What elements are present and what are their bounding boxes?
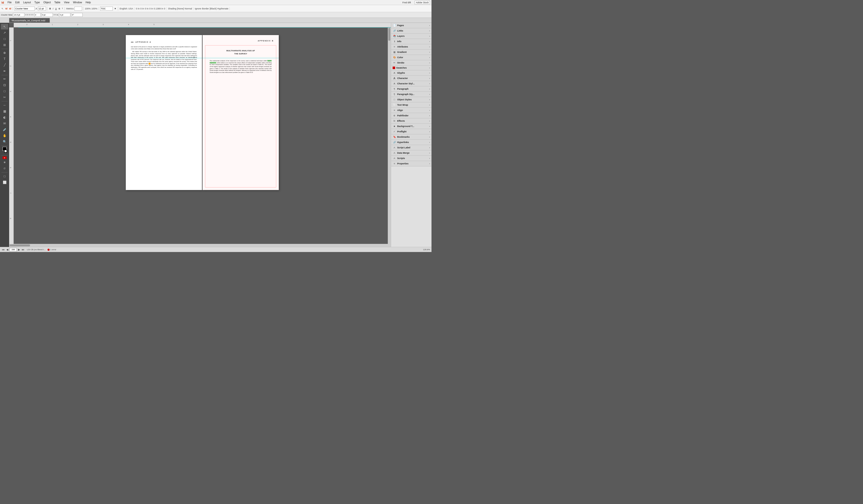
- menu-view[interactable]: View: [64, 1, 70, 4]
- pencil-tool[interactable]: ✏: [1, 76, 8, 82]
- apply-color-btn[interactable]: ■: [2, 156, 7, 159]
- menu-table[interactable]: Table: [54, 1, 61, 4]
- ctrl-pt-input[interactable]: [13, 13, 24, 17]
- zoom-tool[interactable]: 🔍: [1, 139, 8, 144]
- normal-view-btn[interactable]: □: [1, 174, 8, 179]
- direct-selection-tool[interactable]: ↗: [1, 30, 8, 36]
- menu-type[interactable]: Type: [34, 1, 40, 4]
- panel-text-wrap-header[interactable]: ⬜ Text Wrap ›: [391, 102, 432, 108]
- panel-hyperlinks-header[interactable]: 🔗 Hyperlinks ›: [391, 140, 432, 145]
- ctrl-baseline-input[interactable]: [59, 13, 71, 17]
- apply-gradient-btn[interactable]: ▦: [1, 160, 8, 165]
- rectangle-tool[interactable]: □: [1, 88, 8, 94]
- nav-next-btn[interactable]: ▶: [17, 248, 21, 251]
- panel-layers-header[interactable]: 📚 Layers ›: [391, 34, 432, 39]
- panel-properties-header[interactable]: ≡ Properties ›: [391, 161, 432, 166]
- document-tab[interactable]: *RussianMafia_txt_CompAE.indd ×: [9, 18, 50, 23]
- style-dropdown[interactable]: ▼: [114, 7, 117, 10]
- panel-gradient-header[interactable]: ▦ Gradient ›: [391, 50, 432, 55]
- ctrl-pt2-input[interactable]: [41, 13, 53, 17]
- panel-bookmarks-header[interactable]: 🔖 Bookmarks ›: [391, 134, 432, 139]
- ctrl-skew-input[interactable]: [71, 13, 83, 17]
- nav-prev-btn[interactable]: ◀: [6, 248, 9, 251]
- note-tool[interactable]: ✉: [1, 121, 8, 126]
- line-tool[interactable]: ╱: [1, 62, 8, 68]
- panel-info-header[interactable]: ℹ Info ›: [391, 39, 432, 44]
- shading-group: Shading [None] Normal: [168, 8, 193, 10]
- adobe-stock-search[interactable]: Adobe Stock: [414, 1, 430, 4]
- gradient-feather-tool[interactable]: ◐: [1, 115, 8, 120]
- h-scrollbar-thumb[interactable]: [10, 244, 30, 247]
- panel-glyphs-header[interactable]: A Glyphs ›: [391, 71, 432, 75]
- italic-btn[interactable]: I: [52, 7, 54, 10]
- panel-background-t-header[interactable]: ■ Background T... ›: [391, 124, 432, 129]
- nav-first-btn[interactable]: ⏮: [1, 248, 5, 251]
- panel-swatches-header[interactable]: Swatches ›: [391, 65, 432, 70]
- selection-tool[interactable]: ↖: [1, 24, 8, 29]
- underline-btn[interactable]: U: [55, 7, 58, 10]
- selection-mode-btn[interactable]: ↖: [1, 7, 4, 10]
- menu-layout[interactable]: Layout: [23, 1, 31, 4]
- bold-btn[interactable]: B: [49, 7, 52, 10]
- pages-chevron: ›: [429, 24, 430, 27]
- panel-character-header[interactable]: A Character ›: [391, 76, 432, 81]
- panel-color-header[interactable]: 🎨 Color ›: [391, 55, 432, 60]
- strikethrough-btn[interactable]: S: [58, 7, 61, 10]
- menu-window[interactable]: Window: [73, 1, 82, 4]
- nav-controls: ⏮ ◀ 286 ▶ ⏭: [1, 248, 25, 252]
- panel-stroke-header[interactable]: ✏ Stroke ›: [391, 60, 432, 65]
- panel-preflight-header[interactable]: ✓ Preflight ›: [391, 129, 432, 134]
- vertical-scrollbar[interactable]: [388, 27, 391, 244]
- style-input[interactable]: [100, 7, 113, 11]
- panel-links-header[interactable]: 🔗 Links ›: [391, 28, 432, 33]
- kerning-input[interactable]: [74, 7, 82, 11]
- content-collector-tool[interactable]: ⊕: [1, 50, 8, 55]
- menu-edit[interactable]: Edit: [15, 1, 20, 4]
- gradient-swatch-tool[interactable]: ▦: [1, 109, 8, 114]
- menu-object[interactable]: Object: [43, 1, 51, 4]
- tab-close-btn[interactable]: ×: [46, 19, 48, 22]
- scissors-tool[interactable]: ✂: [1, 94, 8, 100]
- stroke-color[interactable]: [4, 150, 7, 153]
- panel-paragraph-header[interactable]: ¶ Paragraph ›: [391, 86, 432, 91]
- apply-none-btn[interactable]: ∅: [1, 166, 8, 171]
- panel-script-label-header[interactable]: A Script Label ›: [391, 145, 432, 150]
- id2-btn[interactable]: Id: [9, 7, 12, 10]
- canvas-scroll[interactable]: 286 APPENDIX A was faxed to the person i…: [14, 27, 391, 244]
- font-name-input[interactable]: [14, 7, 35, 11]
- panel-paragraph-styles-header[interactable]: ¶ Paragraph Sty... ›: [391, 92, 432, 97]
- panel-object-styles-header[interactable]: □ Object Styles ›: [391, 97, 432, 102]
- superscript-btn[interactable]: T: [62, 8, 64, 10]
- menu-file[interactable]: File: [8, 1, 12, 4]
- preview-btn[interactable]: ⬜: [1, 180, 8, 185]
- layers-label: Layers: [397, 35, 428, 37]
- menu-help[interactable]: Help: [86, 1, 91, 4]
- font-size-input[interactable]: [38, 7, 46, 11]
- horizontal-scrollbar[interactable]: [9, 244, 391, 247]
- panel-data-merge-header[interactable]: A Data Merge ›: [391, 150, 432, 155]
- type-tool[interactable]: T: [1, 56, 8, 62]
- nav-last-btn[interactable]: ⏭: [21, 248, 25, 251]
- pen-tool[interactable]: ✒: [1, 68, 8, 74]
- panel-pages-header[interactable]: 📄 Pages ›: [391, 23, 432, 28]
- pages-icon: 📄: [392, 24, 396, 27]
- panel-attributes-header[interactable]: ≡ Attributes ›: [391, 44, 432, 49]
- free-transform-tool[interactable]: ↔: [1, 102, 8, 108]
- ctrl-track-input[interactable]: [34, 13, 41, 17]
- panel-pathfinder-header[interactable]: ⊕ Pathfinder ›: [391, 113, 432, 118]
- right-page-content[interactable]: APPENDIX B MULTIVARIATE ANALYSIS UF THE …: [202, 35, 279, 190]
- panel-character-styles-header[interactable]: A Character Styl... ›: [391, 81, 432, 86]
- scrollbar-thumb[interactable]: [388, 28, 390, 41]
- page-tool[interactable]: □: [1, 36, 8, 42]
- panel-align-header[interactable]: ≡ Align ›: [391, 108, 432, 113]
- id-btn[interactable]: Id: [5, 7, 8, 10]
- rectangle-frame-tool[interactable]: ⊡: [1, 82, 8, 88]
- left-page-content[interactable]: 286 APPENDIX A was faxed to the person i…: [126, 35, 202, 190]
- panel-effects-header[interactable]: fx Effects ›: [391, 118, 432, 124]
- panel-scripts-header[interactable]: A Scripts ›: [391, 156, 432, 161]
- hand-tool[interactable]: ✋: [1, 133, 8, 138]
- eyedropper-tool[interactable]: 💉: [1, 127, 8, 133]
- page-number-input[interactable]: 286: [10, 248, 17, 252]
- gap-tool[interactable]: ⊞: [1, 42, 8, 48]
- color-icon: 🎨: [392, 55, 396, 59]
